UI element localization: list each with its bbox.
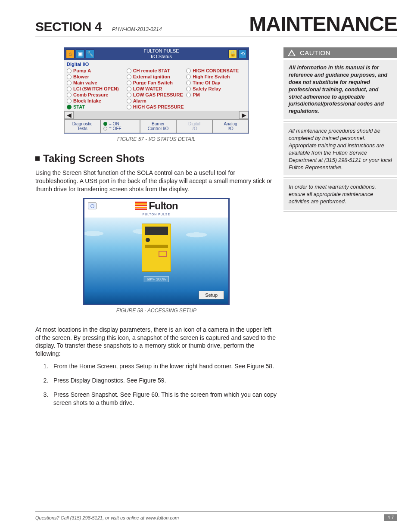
tab-analog[interactable]: AnalogI/O <box>212 119 249 133</box>
io-item: PM <box>186 92 246 98</box>
screen-title: FULTON PULSE I/O Status <box>94 48 228 59</box>
nav-right-icon[interactable]: ▶ <box>239 111 249 119</box>
io-item: External ignition <box>127 74 187 80</box>
figure-57-screen: ⌂ ▣ 🔧 FULTON PULSE I/O Status 🔒 ⟲ Digita… <box>64 47 249 134</box>
io-item: High Fire Switch <box>186 74 246 80</box>
radio-indicator-icon <box>127 68 131 73</box>
radio-indicator-icon <box>186 87 191 91</box>
radio-indicator-icon <box>67 105 72 109</box>
io-item: STAT <box>67 104 127 110</box>
subheading: Taking Screen Shots <box>35 152 277 165</box>
setup-button[interactable]: Setup <box>199 291 224 299</box>
io-item: Purge Fan Switch <box>127 80 187 86</box>
nav-left-icon[interactable]: ◀ <box>64 111 74 119</box>
paragraph-2: At most locations in the display paramet… <box>35 326 277 358</box>
radio-indicator-icon <box>67 87 72 91</box>
caution-block-2: All maintenance procedures should be com… <box>283 123 397 175</box>
radio-indicator-icon <box>127 81 131 85</box>
radio-indicator-icon <box>67 93 72 97</box>
bullet-square-icon <box>35 156 40 161</box>
tab-diagnostic[interactable]: DiagnosticTests <box>64 119 100 133</box>
paragraph-1: Using the Screen Shot function of the SO… <box>35 169 277 193</box>
radio-indicator-icon <box>127 87 131 91</box>
warning-triangle-icon <box>288 50 296 56</box>
step-item: Press Screen Snapshot. See Figure 60. Th… <box>50 391 277 407</box>
io-item: Time Of Day <box>186 80 246 86</box>
io-item: Block Intake <box>67 98 127 104</box>
status-readout: 69ºF 100% <box>144 276 169 282</box>
radio-indicator-icon <box>186 93 191 97</box>
step-item: From the Home Screen, press Setup in the… <box>50 362 277 370</box>
caution-header: CAUTION <box>283 47 397 58</box>
io-item: Alarm <box>127 98 187 104</box>
radio-indicator-icon <box>127 93 131 97</box>
tab-digital[interactable]: DigitalI/O <box>176 119 212 133</box>
steps-list: From the Home Screen, press Setup in the… <box>50 362 277 407</box>
radio-indicator-icon <box>186 75 191 79</box>
page-number: 4-7 <box>384 514 397 521</box>
section-label: SECTION 4 <box>35 19 102 34</box>
camera-icon[interactable] <box>88 202 97 209</box>
io-item: CH remote STAT <box>127 68 187 74</box>
radio-indicator-icon <box>67 99 72 103</box>
caution-block-1: All information in this manual is for re… <box>283 60 397 119</box>
page-header: SECTION 4 PHW-IOM-2013-0214 MAINTENANCE <box>35 12 397 37</box>
io-item: Pump A <box>67 68 127 74</box>
page-footer: Questions? Call (315) 298-5121, or visit… <box>35 511 397 521</box>
step-item: Press Display Diagnostics. See Figure 59… <box>50 376 277 385</box>
radio-indicator-icon <box>127 99 131 103</box>
io-item: HIGH CONDENSATE <box>186 68 246 74</box>
io-item: LOW GAS PRESSURE <box>127 92 187 98</box>
legend: = ON= OFF <box>100 119 140 133</box>
radio-indicator-icon <box>67 68 72 73</box>
io-item: Main valve <box>67 80 127 86</box>
radio-indicator-icon <box>127 75 131 79</box>
device-illustration <box>142 224 171 272</box>
io-item: LCI (SWITCH OPEN) <box>67 86 127 92</box>
radio-indicator-icon <box>186 81 191 85</box>
io-item: Blower <box>67 74 127 80</box>
group-label: Digital I/O <box>67 62 246 67</box>
radio-indicator-icon <box>67 75 72 79</box>
io-item: LOW WATER <box>127 86 187 92</box>
tab-burner[interactable]: BurnerControl I/O <box>140 119 176 133</box>
io-item: Comb Pressure <box>67 92 127 98</box>
figure-58-caption: FIGURE 58 - ACCESSING SETUP <box>35 308 277 314</box>
page-title: MAINTENANCE <box>249 12 397 36</box>
home-icon[interactable]: ⌂ <box>66 50 75 58</box>
figure-57-caption: FIGURE 57 - I/O STATUS DETAIL <box>35 136 277 142</box>
lock-icon[interactable]: 🔒 <box>228 50 237 58</box>
figure-58-screen: Fulton FULTON PULSE 69ºF 100% Setup <box>83 198 230 305</box>
radio-indicator-icon <box>186 68 191 73</box>
footer-contact: Questions? Call (315) 298-5121, or visit… <box>35 515 179 520</box>
io-item: Safety Relay <box>186 86 246 92</box>
io-item: HIGH GAS PRESSURE <box>127 104 187 110</box>
radio-indicator-icon <box>67 81 72 85</box>
caution-block-3: In order to meet warranty conditions, en… <box>283 179 397 210</box>
back-icon[interactable]: ⟲ <box>238 50 247 58</box>
folder-icon[interactable]: ▣ <box>76 50 84 58</box>
fulton-logo: Fulton <box>135 200 177 212</box>
doc-code: PHW-IOM-2013-0214 <box>112 26 162 32</box>
wrench-icon[interactable]: 🔧 <box>86 50 94 58</box>
logo-subtitle: FULTON PULSE <box>84 213 228 218</box>
radio-indicator-icon <box>127 105 131 109</box>
